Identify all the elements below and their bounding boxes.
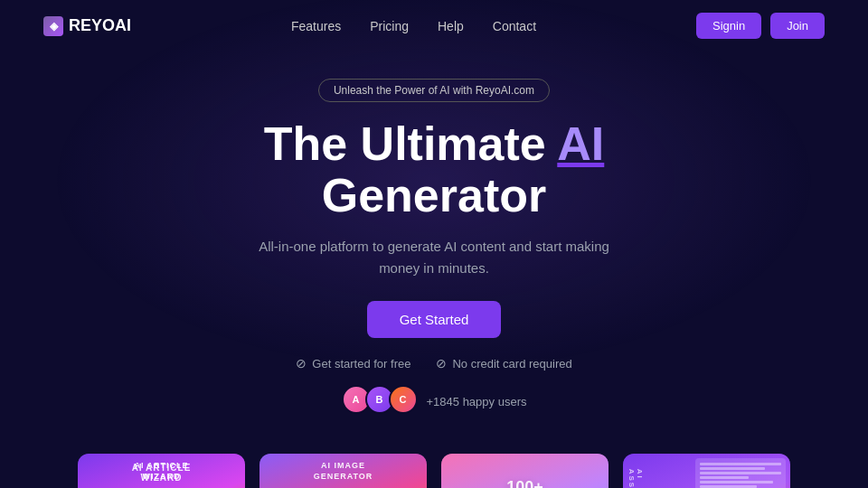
- product-cards: AI ARTICLEWIZARD AI Article Wizard Gener…: [0, 436, 868, 488]
- writer-text: 100+AI TEMPLATES: [466, 479, 584, 488]
- card-image-generator[interactable]: AI IMAGEGENERATOR AI Image Generator Unl…: [259, 454, 427, 488]
- nav-buttons: Signin Join: [696, 13, 825, 39]
- hero-title: The Ultimate AI Generator: [18, 118, 850, 221]
- trust-indicators: ⊘ Get started for free ⊘ No credit card …: [18, 356, 850, 371]
- avatars-group: A B C: [342, 385, 418, 414]
- assistant-doc: [695, 458, 786, 488]
- nav-links: Features Pricing Help Contact: [291, 18, 536, 34]
- nav-item-contact[interactable]: Contact: [493, 19, 536, 33]
- card-writer[interactable]: 100+AI TEMPLATES AI Writer Create your c…: [441, 454, 609, 488]
- card-image-title-2: AI IMAGEGENERATOR: [259, 461, 427, 482]
- card-article-wizard[interactable]: AI ARTICLEWIZARD AI Article Wizard Gener…: [78, 454, 245, 488]
- card-image-assistant: AI ASSISTANT: [623, 454, 790, 488]
- avatar-3: C: [389, 385, 418, 414]
- card-image-title-1: AI ARTICLEWIZARD: [78, 461, 245, 482]
- card-assistant[interactable]: AI ASSISTANT AI Assistant Effortlessly e…: [623, 454, 790, 488]
- happy-users-text: +1845 happy users: [427, 395, 527, 408]
- nav-item-pricing[interactable]: Pricing: [370, 19, 409, 33]
- hero-section: Unleash the Power of AI with ReyoAI.com …: [0, 52, 868, 436]
- trust-no-card-label: No credit card required: [452, 357, 571, 371]
- assistant-label: AI ASSISTANT: [627, 469, 644, 489]
- nav-item-help[interactable]: Help: [438, 19, 464, 33]
- hero-title-highlight: AI: [557, 117, 604, 170]
- hero-subtitle: All-in-one platform to generate AI conte…: [18, 236, 850, 279]
- check-icon-1: ⊘: [296, 356, 307, 371]
- card-image-article-wizard: AI ARTICLEWIZARD: [78, 454, 245, 488]
- check-icon-2: ⊘: [436, 356, 447, 371]
- hero-badge: Unleash the Power of AI with ReyoAI.com: [318, 79, 550, 102]
- trust-free: ⊘ Get started for free: [296, 356, 410, 371]
- navbar: ◈ REYOAI Features Pricing Help Contact S…: [0, 0, 868, 52]
- trust-free-label: Get started for free: [312, 357, 410, 371]
- join-button[interactable]: Join: [770, 13, 825, 39]
- nav-item-features[interactable]: Features: [291, 19, 341, 33]
- card-image-writer: 100+AI TEMPLATES: [441, 454, 609, 488]
- signin-button[interactable]: Signin: [696, 13, 761, 39]
- cta-button[interactable]: Get Started: [367, 301, 502, 338]
- logo[interactable]: ◈ REYOAI: [43, 16, 131, 36]
- card-image-image-gen: AI IMAGEGENERATOR: [259, 454, 427, 488]
- hero-title-prefix: The Ultimate: [264, 117, 558, 170]
- hero-title-suffix: Generator: [322, 169, 547, 221]
- happy-users-row: A B C +1845 happy users: [18, 385, 850, 418]
- trust-no-card: ⊘ No credit card required: [436, 356, 571, 371]
- logo-text: REYOAI: [69, 16, 131, 35]
- logo-icon: ◈: [43, 16, 63, 36]
